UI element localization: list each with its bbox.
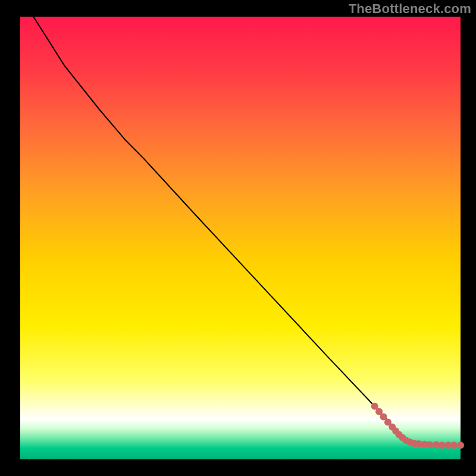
chart-stage: TheBottleneck.com (0, 0, 476, 476)
chart-svg (0, 0, 476, 476)
highlight-dot (426, 441, 433, 448)
highlight-dot (450, 441, 458, 449)
chart-plot-area (20, 17, 461, 459)
highlight-dot (439, 441, 446, 449)
highlight-dot (457, 441, 464, 449)
watermark-text: TheBottleneck.com (349, 1, 471, 17)
